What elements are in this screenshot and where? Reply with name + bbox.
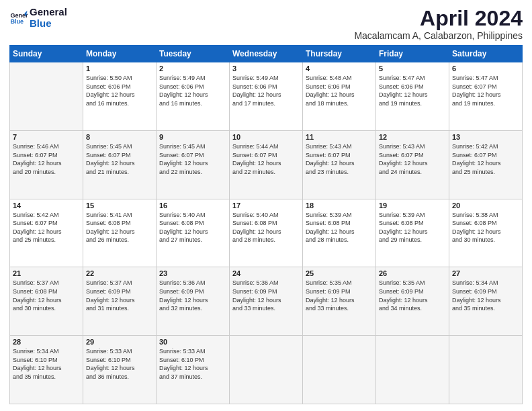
day-number: 29 bbox=[86, 338, 153, 346]
day-info: Sunrise: 5:39 AM Sunset: 6:08 PM Dayligh… bbox=[379, 211, 446, 244]
calendar-cell: 4Sunrise: 5:48 AM Sunset: 6:06 PM Daylig… bbox=[303, 62, 376, 131]
day-info: Sunrise: 5:42 AM Sunset: 6:07 PM Dayligh… bbox=[452, 142, 519, 176]
calendar-cell: 10Sunrise: 5:44 AM Sunset: 6:07 PM Dayli… bbox=[230, 130, 303, 199]
day-info: Sunrise: 5:43 AM Sunset: 6:07 PM Dayligh… bbox=[379, 142, 446, 176]
day-info: Sunrise: 5:35 AM Sunset: 6:09 PM Dayligh… bbox=[379, 279, 446, 312]
day-info: Sunrise: 5:43 AM Sunset: 6:07 PM Dayligh… bbox=[306, 142, 373, 176]
calendar-cell: 16Sunrise: 5:40 AM Sunset: 6:08 PM Dayli… bbox=[157, 199, 230, 267]
day-number: 23 bbox=[159, 269, 226, 277]
day-info: Sunrise: 5:47 AM Sunset: 6:06 PM Dayligh… bbox=[379, 74, 446, 107]
calendar-cell: 5Sunrise: 5:47 AM Sunset: 6:06 PM Daylig… bbox=[376, 62, 449, 131]
day-number: 9 bbox=[159, 133, 226, 141]
day-info: Sunrise: 5:36 AM Sunset: 6:09 PM Dayligh… bbox=[232, 279, 300, 312]
day-number: 21 bbox=[13, 269, 80, 277]
col-header-saturday: Saturday bbox=[449, 46, 523, 62]
day-number: 1 bbox=[86, 64, 153, 73]
logo: General Blue General Blue bbox=[9, 7, 67, 29]
logo-icon: General Blue bbox=[9, 9, 28, 28]
calendar-cell: 2Sunrise: 5:49 AM Sunset: 6:06 PM Daylig… bbox=[157, 62, 230, 131]
calendar-cell: 14Sunrise: 5:42 AM Sunset: 6:07 PM Dayli… bbox=[10, 199, 83, 267]
day-info: Sunrise: 5:46 AM Sunset: 6:07 PM Dayligh… bbox=[13, 142, 80, 176]
day-info: Sunrise: 5:49 AM Sunset: 6:06 PM Dayligh… bbox=[232, 74, 300, 107]
day-info: Sunrise: 5:45 AM Sunset: 6:07 PM Dayligh… bbox=[86, 142, 153, 176]
calendar-cell bbox=[376, 336, 449, 404]
svg-text:Blue: Blue bbox=[10, 18, 24, 25]
col-header-sunday: Sunday bbox=[10, 46, 83, 62]
calendar-cell: 8Sunrise: 5:45 AM Sunset: 6:07 PM Daylig… bbox=[83, 130, 157, 199]
day-info: Sunrise: 5:48 AM Sunset: 6:06 PM Dayligh… bbox=[306, 74, 373, 107]
logo-blue: Blue bbox=[30, 18, 67, 30]
calendar-cell bbox=[303, 336, 376, 404]
day-info: Sunrise: 5:40 AM Sunset: 6:08 PM Dayligh… bbox=[159, 211, 226, 244]
calendar-cell: 11Sunrise: 5:43 AM Sunset: 6:07 PM Dayli… bbox=[303, 130, 376, 199]
calendar-cell: 23Sunrise: 5:36 AM Sunset: 6:09 PM Dayli… bbox=[157, 267, 230, 336]
day-number: 27 bbox=[452, 269, 519, 277]
calendar-cell: 30Sunrise: 5:33 AM Sunset: 6:10 PM Dayli… bbox=[157, 336, 230, 404]
day-number: 30 bbox=[159, 338, 226, 346]
calendar-cell: 21Sunrise: 5:37 AM Sunset: 6:08 PM Dayli… bbox=[10, 267, 83, 336]
calendar-cell: 15Sunrise: 5:41 AM Sunset: 6:08 PM Dayli… bbox=[83, 199, 157, 267]
day-number: 14 bbox=[13, 201, 80, 210]
day-number: 2 bbox=[159, 64, 226, 73]
calendar-cell bbox=[449, 336, 523, 404]
day-number: 8 bbox=[86, 133, 153, 141]
day-info: Sunrise: 5:44 AM Sunset: 6:07 PM Dayligh… bbox=[232, 142, 300, 176]
calendar-cell: 17Sunrise: 5:40 AM Sunset: 6:08 PM Dayli… bbox=[230, 199, 303, 267]
calendar-cell: 19Sunrise: 5:39 AM Sunset: 6:08 PM Dayli… bbox=[376, 199, 449, 267]
day-info: Sunrise: 5:34 AM Sunset: 6:09 PM Dayligh… bbox=[452, 279, 519, 312]
calendar-cell: 6Sunrise: 5:47 AM Sunset: 6:07 PM Daylig… bbox=[449, 62, 523, 131]
day-number: 28 bbox=[13, 338, 80, 346]
calendar-cell: 22Sunrise: 5:37 AM Sunset: 6:09 PM Dayli… bbox=[83, 267, 157, 336]
day-info: Sunrise: 5:36 AM Sunset: 6:09 PM Dayligh… bbox=[159, 279, 226, 312]
calendar-cell: 27Sunrise: 5:34 AM Sunset: 6:09 PM Dayli… bbox=[449, 267, 523, 336]
calendar-cell: 9Sunrise: 5:45 AM Sunset: 6:07 PM Daylig… bbox=[157, 130, 230, 199]
day-number: 15 bbox=[86, 201, 153, 210]
day-number: 24 bbox=[232, 269, 300, 277]
day-number: 22 bbox=[86, 269, 153, 277]
calendar-cell: 28Sunrise: 5:34 AM Sunset: 6:10 PM Dayli… bbox=[10, 336, 83, 404]
day-number: 4 bbox=[306, 64, 373, 73]
calendar-cell: 29Sunrise: 5:33 AM Sunset: 6:10 PM Dayli… bbox=[83, 336, 157, 404]
logo-general: General bbox=[30, 7, 67, 18]
day-info: Sunrise: 5:34 AM Sunset: 6:10 PM Dayligh… bbox=[13, 347, 80, 381]
day-info: Sunrise: 5:35 AM Sunset: 6:09 PM Dayligh… bbox=[306, 279, 373, 312]
day-info: Sunrise: 5:47 AM Sunset: 6:07 PM Dayligh… bbox=[452, 74, 519, 107]
day-number: 3 bbox=[232, 64, 300, 73]
day-number: 5 bbox=[379, 64, 446, 73]
day-info: Sunrise: 5:37 AM Sunset: 6:08 PM Dayligh… bbox=[13, 279, 80, 312]
day-number: 20 bbox=[452, 201, 519, 210]
col-header-friday: Friday bbox=[376, 46, 449, 62]
calendar-table: SundayMondayTuesdayWednesdayThursdayFrid… bbox=[9, 45, 523, 404]
col-header-thursday: Thursday bbox=[303, 46, 376, 62]
day-info: Sunrise: 5:50 AM Sunset: 6:06 PM Dayligh… bbox=[86, 74, 153, 107]
day-number: 19 bbox=[379, 201, 446, 210]
header: General Blue General Blue April 2024 Mac… bbox=[9, 7, 523, 41]
day-info: Sunrise: 5:38 AM Sunset: 6:08 PM Dayligh… bbox=[452, 211, 519, 244]
title-block: April 2024 Macalamcam A, Calabarzon, Phi… bbox=[354, 7, 523, 41]
day-info: Sunrise: 5:49 AM Sunset: 6:06 PM Dayligh… bbox=[159, 74, 226, 107]
calendar-cell: 25Sunrise: 5:35 AM Sunset: 6:09 PM Dayli… bbox=[303, 267, 376, 336]
day-number: 26 bbox=[379, 269, 446, 277]
day-number: 12 bbox=[379, 133, 446, 141]
day-info: Sunrise: 5:45 AM Sunset: 6:07 PM Dayligh… bbox=[159, 142, 226, 176]
col-header-monday: Monday bbox=[83, 46, 157, 62]
calendar-cell: 24Sunrise: 5:36 AM Sunset: 6:09 PM Dayli… bbox=[230, 267, 303, 336]
logo-text: General Blue bbox=[30, 7, 67, 29]
day-number: 18 bbox=[306, 201, 373, 210]
day-number: 11 bbox=[306, 133, 373, 141]
page: General Blue General Blue April 2024 Mac… bbox=[0, 0, 532, 411]
calendar-cell bbox=[10, 62, 83, 131]
day-number: 16 bbox=[159, 201, 226, 210]
day-info: Sunrise: 5:41 AM Sunset: 6:08 PM Dayligh… bbox=[86, 211, 153, 244]
day-info: Sunrise: 5:33 AM Sunset: 6:10 PM Dayligh… bbox=[159, 347, 226, 381]
day-number: 7 bbox=[13, 133, 80, 141]
calendar-cell: 20Sunrise: 5:38 AM Sunset: 6:08 PM Dayli… bbox=[449, 199, 523, 267]
day-number: 10 bbox=[232, 133, 300, 141]
day-info: Sunrise: 5:37 AM Sunset: 6:09 PM Dayligh… bbox=[86, 279, 153, 312]
calendar-cell: 1Sunrise: 5:50 AM Sunset: 6:06 PM Daylig… bbox=[83, 62, 157, 131]
col-header-wednesday: Wednesday bbox=[230, 46, 303, 62]
col-header-tuesday: Tuesday bbox=[157, 46, 230, 62]
day-number: 17 bbox=[232, 201, 300, 210]
location: Macalamcam A, Calabarzon, Philippines bbox=[354, 30, 523, 41]
day-number: 6 bbox=[452, 64, 519, 73]
